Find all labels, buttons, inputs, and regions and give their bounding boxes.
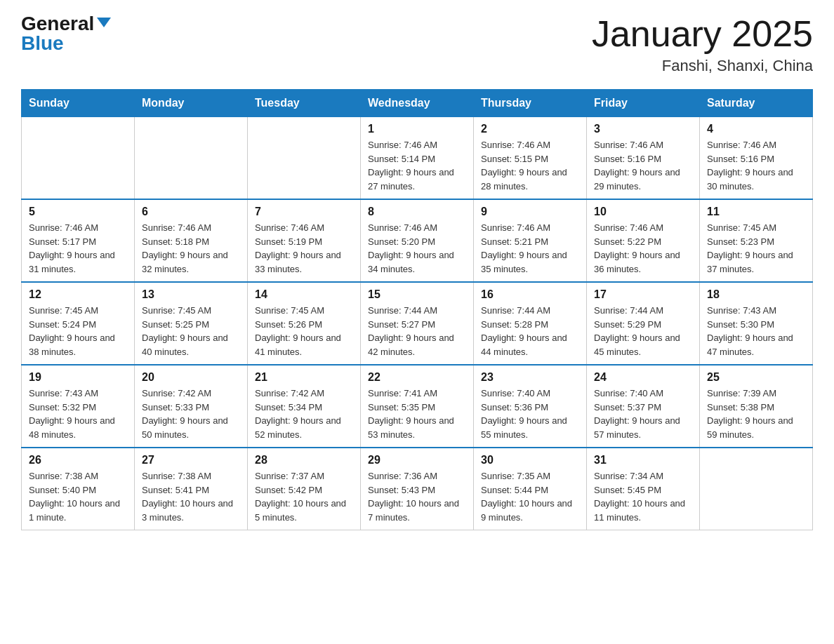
day-info: Sunrise: 7:46 AMSunset: 5:16 PMDaylight:… xyxy=(707,138,805,193)
day-info: Sunrise: 7:37 AMSunset: 5:42 PMDaylight:… xyxy=(255,469,353,524)
day-number: 21 xyxy=(255,371,353,384)
day-info: Sunrise: 7:42 AMSunset: 5:34 PMDaylight:… xyxy=(255,387,353,441)
day-number: 8 xyxy=(368,206,466,218)
calendar-cell xyxy=(700,448,813,530)
day-info: Sunrise: 7:43 AMSunset: 5:30 PMDaylight:… xyxy=(707,304,805,358)
calendar-cell: 10Sunrise: 7:46 AMSunset: 5:22 PMDayligh… xyxy=(587,199,700,282)
day-info: Sunrise: 7:45 AMSunset: 5:25 PMDaylight:… xyxy=(142,304,240,358)
day-info: Sunrise: 7:43 AMSunset: 5:32 PMDaylight:… xyxy=(29,387,127,441)
calendar-cell: 8Sunrise: 7:46 AMSunset: 5:20 PMDaylight… xyxy=(361,199,474,282)
day-number: 17 xyxy=(594,288,692,301)
calendar-cell: 13Sunrise: 7:45 AMSunset: 5:25 PMDayligh… xyxy=(135,282,248,365)
day-number: 13 xyxy=(142,288,240,301)
calendar-cell xyxy=(22,117,135,200)
header-saturday: Saturday xyxy=(700,90,813,117)
day-number: 16 xyxy=(481,288,579,301)
day-number: 24 xyxy=(594,371,692,384)
day-number: 27 xyxy=(142,454,240,467)
title-block: January 2025 Fanshi, Shanxi, China xyxy=(592,14,813,75)
calendar-cell: 25Sunrise: 7:39 AMSunset: 5:38 PMDayligh… xyxy=(700,365,813,448)
logo-blue-text: Blue xyxy=(21,34,64,53)
calendar-cell: 4Sunrise: 7:46 AMSunset: 5:16 PMDaylight… xyxy=(700,117,813,200)
calendar-week-row-4: 19Sunrise: 7:43 AMSunset: 5:32 PMDayligh… xyxy=(22,365,813,448)
calendar-cell: 28Sunrise: 7:37 AMSunset: 5:42 PMDayligh… xyxy=(248,448,361,530)
day-info: Sunrise: 7:44 AMSunset: 5:27 PMDaylight:… xyxy=(368,304,466,358)
day-info: Sunrise: 7:44 AMSunset: 5:29 PMDaylight:… xyxy=(594,304,692,358)
day-number: 6 xyxy=(142,206,240,218)
day-info: Sunrise: 7:46 AMSunset: 5:22 PMDaylight:… xyxy=(594,221,692,276)
day-number: 10 xyxy=(594,206,692,218)
calendar-cell: 22Sunrise: 7:41 AMSunset: 5:35 PMDayligh… xyxy=(361,365,474,448)
header-tuesday: Tuesday xyxy=(248,90,361,117)
day-info: Sunrise: 7:36 AMSunset: 5:43 PMDaylight:… xyxy=(368,469,466,524)
location-text: Fanshi, Shanxi, China xyxy=(592,57,813,75)
logo-general-text: General xyxy=(21,14,94,34)
header-wednesday: Wednesday xyxy=(361,90,474,117)
day-number: 20 xyxy=(142,371,240,384)
calendar-cell: 21Sunrise: 7:42 AMSunset: 5:34 PMDayligh… xyxy=(248,365,361,448)
calendar-cell: 6Sunrise: 7:46 AMSunset: 5:18 PMDaylight… xyxy=(135,199,248,282)
calendar-week-row-3: 12Sunrise: 7:45 AMSunset: 5:24 PMDayligh… xyxy=(22,282,813,365)
calendar-cell: 30Sunrise: 7:35 AMSunset: 5:44 PMDayligh… xyxy=(474,448,587,530)
day-number: 14 xyxy=(255,288,353,301)
day-number: 19 xyxy=(29,371,127,384)
day-number: 18 xyxy=(707,288,805,301)
calendar-cell: 29Sunrise: 7:36 AMSunset: 5:43 PMDayligh… xyxy=(361,448,474,530)
calendar-cell: 14Sunrise: 7:45 AMSunset: 5:26 PMDayligh… xyxy=(248,282,361,365)
day-number: 3 xyxy=(594,123,692,135)
logo-triangle-icon xyxy=(97,18,111,27)
day-info: Sunrise: 7:46 AMSunset: 5:19 PMDaylight:… xyxy=(255,221,353,276)
day-info: Sunrise: 7:42 AMSunset: 5:33 PMDaylight:… xyxy=(142,387,240,441)
calendar-cell xyxy=(248,117,361,200)
day-info: Sunrise: 7:46 AMSunset: 5:20 PMDaylight:… xyxy=(368,221,466,276)
day-info: Sunrise: 7:38 AMSunset: 5:41 PMDaylight:… xyxy=(142,469,240,524)
calendar-cell: 3Sunrise: 7:46 AMSunset: 5:16 PMDaylight… xyxy=(587,117,700,200)
day-number: 5 xyxy=(29,206,127,218)
day-info: Sunrise: 7:45 AMSunset: 5:23 PMDaylight:… xyxy=(707,221,805,276)
day-number: 22 xyxy=(368,371,466,384)
day-number: 26 xyxy=(29,454,127,467)
weekday-header-row: Sunday Monday Tuesday Wednesday Thursday… xyxy=(22,90,813,117)
day-number: 1 xyxy=(368,123,466,135)
day-number: 31 xyxy=(594,454,692,467)
calendar-cell: 16Sunrise: 7:44 AMSunset: 5:28 PMDayligh… xyxy=(474,282,587,365)
calendar-week-row-2: 5Sunrise: 7:46 AMSunset: 5:17 PMDaylight… xyxy=(22,199,813,282)
calendar-cell: 27Sunrise: 7:38 AMSunset: 5:41 PMDayligh… xyxy=(135,448,248,530)
day-info: Sunrise: 7:46 AMSunset: 5:14 PMDaylight:… xyxy=(368,138,466,193)
day-info: Sunrise: 7:44 AMSunset: 5:28 PMDaylight:… xyxy=(481,304,579,358)
calendar-week-row-5: 26Sunrise: 7:38 AMSunset: 5:40 PMDayligh… xyxy=(22,448,813,530)
calendar-cell: 31Sunrise: 7:34 AMSunset: 5:45 PMDayligh… xyxy=(587,448,700,530)
calendar-cell: 7Sunrise: 7:46 AMSunset: 5:19 PMDaylight… xyxy=(248,199,361,282)
logo: General Blue xyxy=(21,14,111,53)
day-info: Sunrise: 7:41 AMSunset: 5:35 PMDaylight:… xyxy=(368,387,466,441)
day-number: 11 xyxy=(707,206,805,218)
day-number: 2 xyxy=(481,123,579,135)
day-info: Sunrise: 7:39 AMSunset: 5:38 PMDaylight:… xyxy=(707,387,805,441)
calendar-cell: 17Sunrise: 7:44 AMSunset: 5:29 PMDayligh… xyxy=(587,282,700,365)
day-number: 25 xyxy=(707,371,805,384)
day-info: Sunrise: 7:46 AMSunset: 5:21 PMDaylight:… xyxy=(481,221,579,276)
calendar-cell: 9Sunrise: 7:46 AMSunset: 5:21 PMDaylight… xyxy=(474,199,587,282)
day-info: Sunrise: 7:34 AMSunset: 5:45 PMDaylight:… xyxy=(594,469,692,524)
day-number: 29 xyxy=(368,454,466,467)
calendar-cell: 23Sunrise: 7:40 AMSunset: 5:36 PMDayligh… xyxy=(474,365,587,448)
day-number: 4 xyxy=(707,123,805,135)
day-info: Sunrise: 7:45 AMSunset: 5:24 PMDaylight:… xyxy=(29,304,127,358)
calendar-cell: 19Sunrise: 7:43 AMSunset: 5:32 PMDayligh… xyxy=(22,365,135,448)
header-thursday: Thursday xyxy=(474,90,587,117)
calendar-cell xyxy=(135,117,248,200)
calendar-cell: 20Sunrise: 7:42 AMSunset: 5:33 PMDayligh… xyxy=(135,365,248,448)
day-info: Sunrise: 7:46 AMSunset: 5:17 PMDaylight:… xyxy=(29,221,127,276)
day-info: Sunrise: 7:38 AMSunset: 5:40 PMDaylight:… xyxy=(29,469,127,524)
calendar-cell: 26Sunrise: 7:38 AMSunset: 5:40 PMDayligh… xyxy=(22,448,135,530)
calendar-cell: 12Sunrise: 7:45 AMSunset: 5:24 PMDayligh… xyxy=(22,282,135,365)
day-info: Sunrise: 7:40 AMSunset: 5:36 PMDaylight:… xyxy=(481,387,579,441)
day-number: 7 xyxy=(255,206,353,218)
calendar-week-row-1: 1Sunrise: 7:46 AMSunset: 5:14 PMDaylight… xyxy=(22,117,813,200)
calendar-cell: 15Sunrise: 7:44 AMSunset: 5:27 PMDayligh… xyxy=(361,282,474,365)
day-info: Sunrise: 7:40 AMSunset: 5:37 PMDaylight:… xyxy=(594,387,692,441)
calendar-cell: 5Sunrise: 7:46 AMSunset: 5:17 PMDaylight… xyxy=(22,199,135,282)
day-info: Sunrise: 7:46 AMSunset: 5:15 PMDaylight:… xyxy=(481,138,579,193)
calendar-cell: 11Sunrise: 7:45 AMSunset: 5:23 PMDayligh… xyxy=(700,199,813,282)
calendar-cell: 18Sunrise: 7:43 AMSunset: 5:30 PMDayligh… xyxy=(700,282,813,365)
